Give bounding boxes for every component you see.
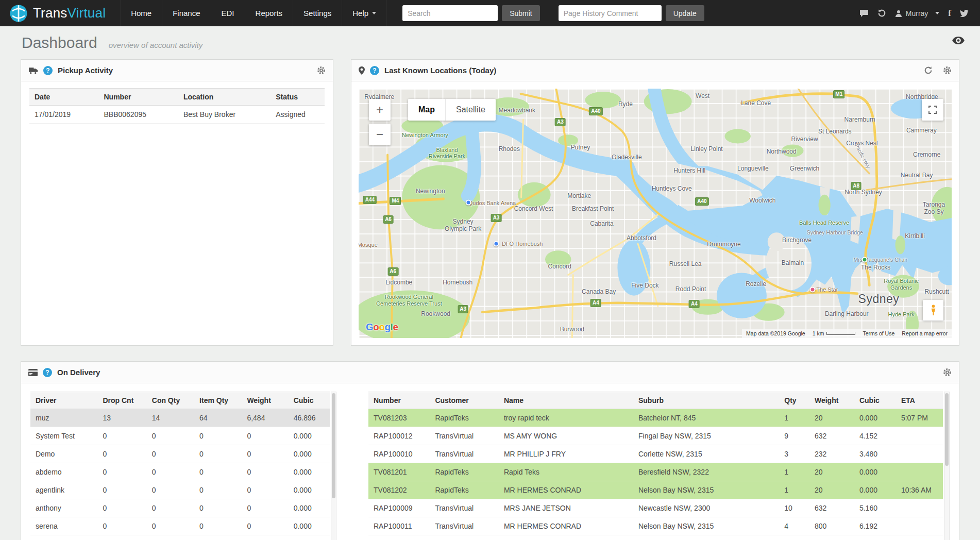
zoom-out-button[interactable]: − [369,124,391,145]
nav-item-reports[interactable]: Reports [245,0,293,26]
help-icon[interactable]: ? [43,66,53,75]
vertical-scrollbar[interactable] [944,392,950,540]
table-cell: 1 [779,463,809,481]
table-row[interactable]: System Test00000.000 [30,427,330,445]
nav-item-settings[interactable]: Settings [293,0,342,26]
table-cell: 0 [242,535,288,540]
user-menu[interactable]: Murray [895,9,940,18]
help-icon[interactable]: ? [370,66,379,75]
chat-icon[interactable] [859,9,869,18]
history-icon[interactable] [877,9,886,18]
table-cell: TransVirtual [430,445,499,463]
table-row[interactable]: RAP100012TransVirtualMS AMY WONGFingal B… [368,427,943,445]
on-delivery-body: DriverDrop CntCon QtyItem QtyWeightCubic… [21,383,959,540]
dashboard-main: ? Pickup Activity DateNumberLocationStat… [21,59,959,540]
map-type-map-button[interactable]: Map [408,99,445,121]
table-row[interactable]: anthony00000.000 [30,499,330,517]
table-cell: 17/01/2019 [29,106,99,124]
submit-button[interactable]: Submit [502,5,540,21]
column-header: Weight [242,392,288,409]
map-scale: 1 km [813,330,856,336]
gear-icon[interactable] [943,66,952,75]
table-cell: 46.896 [289,409,330,427]
table-cell: MR HERMES CONRAD [499,481,633,499]
table-row[interactable]: RAP100010TransVirtualMR PHILLIP J FRYCor… [368,445,943,463]
table-cell: 0 [194,427,242,445]
table-cell: 0 [147,445,194,463]
nav-item-help[interactable]: Help [342,0,387,26]
table-row[interactable]: TV081202RapidTeksMR HERMES CONRADNelson … [368,481,943,499]
table-cell: 14 [147,409,194,427]
poi-marker[interactable] [861,257,867,263]
deliveries-container: NumberCustomerNameSuburbQtyWeightCubicET… [368,392,950,540]
pegman-icon[interactable] [923,300,943,320]
gear-icon[interactable] [317,66,326,75]
table-row[interactable]: muz1314646,48446.896 [30,409,330,427]
table-cell: TV081202 [368,481,430,499]
google-map[interactable]: RydalmereWestNorthbridgeRydeLane CoveMea… [359,89,952,338]
update-button[interactable]: Update [666,5,704,21]
table-cell: 0 [242,427,288,445]
top-widgets-row: ? Pickup Activity DateNumberLocationStat… [21,59,959,346]
table-cell: RapidTeks [430,463,499,481]
refresh-icon[interactable] [924,66,933,75]
gear-icon[interactable] [943,368,952,377]
table-row[interactable]: abdemo00000.000 [30,463,330,481]
page-history-comment-input[interactable] [559,5,662,21]
table-cell: 0 [194,481,242,499]
eye-icon[interactable] [952,37,965,46]
report-map-error-link[interactable]: Report a map error [902,330,948,336]
scrollbar-thumb[interactable] [945,393,949,466]
nav-item-edi[interactable]: EDI [211,0,245,26]
poi-marker[interactable] [809,286,815,292]
table-cell [896,445,943,463]
zoom-in-button[interactable]: + [369,99,391,121]
panel-title: Last Known Locations (Today) [384,66,496,75]
fullscreen-icon[interactable] [922,99,943,121]
table-cell: 0 [194,499,242,517]
table-row[interactable]: TV081201RapidTeksRapid TeksBeresfield NS… [368,463,943,481]
table-row[interactable]: Demo00000.000 [30,445,330,463]
table-cell: 0 [147,427,194,445]
table-header-row: NumberCustomerNameSuburbQtyWeightCubicET… [368,392,943,409]
google-logo[interactable]: Google [366,322,398,333]
table-cell [896,517,943,535]
vertical-scrollbar[interactable] [331,392,336,540]
table-row[interactable]: agentlink00000.000 [30,481,330,499]
table-cell: Nelson Bay NSW, 2315 [633,517,779,535]
map-type-satellite-button[interactable]: Satellite [445,99,496,121]
scrollbar-thumb[interactable] [332,393,335,498]
search-form: Submit [402,5,540,21]
column-header: Driver [30,392,97,409]
table-row[interactable]: serena00000.000 [30,517,330,535]
app-logo[interactable]: TransVirtual [7,4,112,23]
table-cell: Rapid Teks [499,463,633,481]
nav-item-home[interactable]: Home [120,0,162,26]
twitter-icon[interactable] [960,10,969,17]
table-cell: serena [30,517,97,535]
table-cell: RAP100011 [368,517,430,535]
table-cell: abdemo [30,463,97,481]
table-cell: 0.000 [289,535,330,540]
table-row[interactable]: mike00000.000 [30,535,330,540]
nav-item-finance[interactable]: Finance [162,0,210,26]
table-cell: Demo [30,445,97,463]
table-row[interactable]: RAP100009TransVirtualMRS JANE JETSONNewc… [368,499,943,517]
terms-of-use-link[interactable]: Terms of Use [863,330,894,336]
search-input[interactable] [402,5,498,21]
table-cell: 64 [194,409,242,427]
table-row[interactable]: 17/01/2019BBB0062095Best Buy BrokerAssig… [29,106,325,124]
table-cell: 800 [809,517,854,535]
facebook-icon[interactable]: f [948,8,951,19]
table-cell: MRS JANE JETSON [499,499,633,517]
poi-marker[interactable] [465,200,471,206]
table-row[interactable]: TV081203RapidTekstroy rapid teckBatchelo… [368,409,943,427]
poi-marker[interactable] [494,241,499,247]
table-row[interactable]: RAP100011TransVirtualMR HERMES CONRADNel… [368,517,943,535]
table-cell: anthony [30,499,97,517]
help-icon[interactable]: ? [43,368,52,377]
table-cell: 0 [194,463,242,481]
table-cell: TransVirtual [430,427,499,445]
scale-bar [826,332,855,335]
page-subtitle: overview of account activity [109,41,203,49]
